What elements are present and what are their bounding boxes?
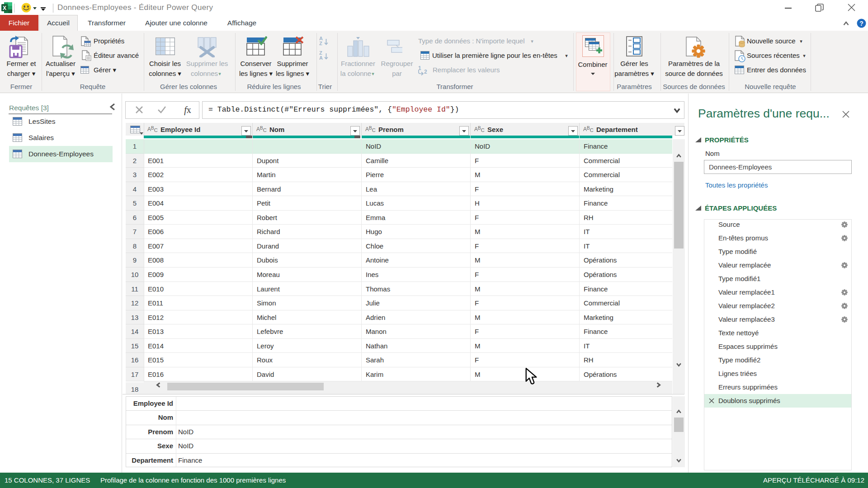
svg-text:X: X [3, 5, 6, 11]
svg-text:?: ? [859, 20, 863, 27]
